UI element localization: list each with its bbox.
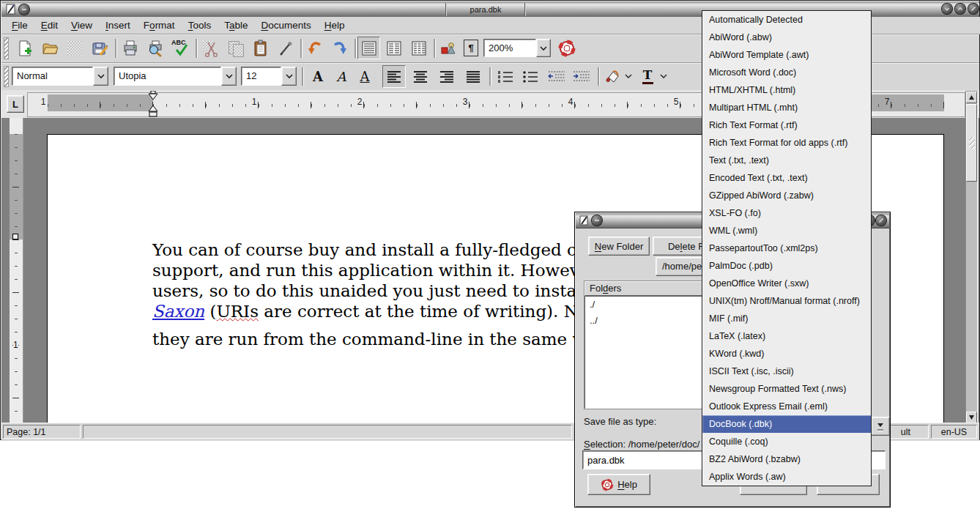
new-folder-button[interactable]: New Folder (588, 237, 650, 256)
filetype-option[interactable]: Encoded Text (.txt, .text) (702, 169, 871, 187)
style-dropdown-button[interactable] (93, 67, 108, 86)
filetype-option[interactable]: AbiWord (.abw) (702, 29, 871, 46)
menu-format[interactable]: Format (144, 20, 175, 31)
top-margin-marker[interactable] (12, 234, 18, 239)
dialog-help-button[interactable]: Help (587, 474, 650, 495)
stylus-button[interactable] (274, 37, 297, 59)
redo-button[interactable] (328, 37, 352, 59)
filetype-option[interactable]: WML (.wml) (702, 222, 871, 239)
filetype-option[interactable]: Text (.txt, .text) (702, 152, 871, 169)
font-dropdown-button[interactable] (221, 67, 237, 86)
filetype-option[interactable]: Rich Text Format for old apps (.rtf) (702, 134, 871, 152)
filetype-option[interactable]: KWord (.kwd) (702, 345, 871, 363)
underline-button[interactable]: A (354, 66, 375, 87)
scroll-down-button[interactable] (966, 412, 977, 423)
filetype-option[interactable]: XSL-FO (.fo) (702, 204, 871, 222)
close-button[interactable] (968, 4, 979, 14)
scroll-up-button[interactable] (966, 92, 977, 103)
help-button[interactable] (555, 37, 579, 59)
scrollbar-thumb[interactable] (966, 104, 977, 182)
filetype-option[interactable]: GZipped AbiWord (.zabw) (702, 187, 871, 204)
filetype-option[interactable]: Automatically Detected (702, 11, 871, 29)
filetype-option[interactable]: UNIX(tm) Nroff/Manual format (.nroff) (702, 292, 871, 310)
window-menu-button[interactable] (19, 4, 29, 15)
filetype-option[interactable]: PassepartoutToo (.xml2ps) (702, 239, 871, 257)
align-right-button[interactable] (435, 65, 459, 88)
saxon-hyperlink[interactable]: Saxon (152, 302, 204, 321)
left-indent-marker[interactable] (148, 105, 158, 118)
filetype-option[interactable]: AbiWord Template (.awt) (702, 46, 871, 64)
menu-insert[interactable]: Insert (105, 20, 130, 31)
show-paragraphs-toggle[interactable]: ¶ (463, 39, 479, 57)
filetype-option[interactable]: Applix Words (.aw) (702, 468, 871, 486)
spellcheck-button[interactable]: ABC (168, 37, 192, 59)
align-center-button[interactable] (409, 65, 432, 88)
filetype-option[interactable]: PalmDoc (.pdb) (702, 257, 871, 275)
print-button[interactable] (119, 37, 142, 59)
zoom-dropdown-button[interactable] (536, 39, 551, 57)
filetype-option[interactable]: LaTeX (.latex) (702, 327, 871, 345)
filetype-option[interactable]: Coquille (.coq) (702, 433, 871, 450)
view-three-column-button[interactable] (407, 37, 430, 59)
italic-button[interactable]: A (331, 66, 352, 87)
filetype-option[interactable]: MIF (.mif) (702, 310, 871, 327)
open-document-button[interactable] (38, 37, 62, 59)
filetype-option[interactable]: ISCII Text (.isc, .iscii) (702, 363, 871, 380)
highlight-color-button[interactable] (602, 66, 623, 87)
filetype-option[interactable]: Newsgroup Formatted Text (.nws) (702, 380, 871, 398)
filetype-option-selected[interactable]: DocBook (.dbk) (702, 415, 871, 433)
toolbar-drag-handle[interactable] (4, 37, 9, 59)
menu-view[interactable]: View (71, 20, 92, 31)
vertical-scrollbar[interactable] (965, 91, 978, 424)
dialog-close-button[interactable] (876, 215, 886, 226)
zoom-combobox[interactable]: 200% (483, 39, 536, 57)
minimize-button[interactable] (942, 4, 952, 14)
menu-tools[interactable]: Tools (188, 20, 212, 31)
view-two-column-button[interactable] (382, 37, 405, 59)
dialog-window-menu-button[interactable] (592, 215, 602, 226)
maximize-button[interactable] (955, 4, 965, 14)
filetype-option[interactable]: Microsoft Word (.doc) (702, 64, 871, 81)
numbered-list-button[interactable] (494, 66, 517, 87)
filetype-option[interactable]: BZ2 AbiWord (.bzabw) (702, 450, 871, 468)
highlight-color-dropdown[interactable] (623, 69, 634, 83)
filetype-option[interactable]: Multipart HTML (.mht) (702, 99, 871, 116)
first-line-indent-marker[interactable] (148, 91, 158, 101)
bulleted-list-button[interactable] (519, 66, 542, 87)
filetype-option[interactable]: Rich Text Format (.rtf) (702, 116, 871, 134)
undo-button[interactable] (303, 37, 327, 59)
menu-table[interactable]: Table (224, 20, 248, 31)
font-color-dropdown[interactable] (658, 69, 669, 83)
view-one-column-button[interactable] (357, 37, 380, 59)
filetype-option[interactable]: HTML/XHTML (.html) (702, 81, 871, 99)
menu-help[interactable]: Help (324, 20, 345, 31)
size-combobox[interactable]: 12 (241, 67, 281, 86)
language-indicator[interactable]: en-US (931, 425, 977, 439)
bold-button[interactable]: A (308, 66, 328, 87)
print-preview-button[interactable] (144, 37, 167, 59)
menu-edit[interactable]: Edit (41, 20, 58, 31)
font-color-button[interactable]: T (637, 66, 658, 87)
filetype-option[interactable]: OpenOffice Writer (.sxw) (702, 275, 871, 292)
align-left-button[interactable] (382, 65, 406, 88)
increase-indent-button[interactable] (570, 66, 593, 87)
font-combobox[interactable]: Utopia (114, 67, 221, 86)
paste-button[interactable] (249, 37, 272, 59)
style-combobox[interactable]: Normal (12, 67, 93, 86)
filetype-option[interactable]: Outlook Express Email (.eml) (702, 398, 871, 415)
save-type-label: Save file as type: (584, 416, 656, 427)
new-document-button[interactable] (13, 37, 37, 59)
menu-file[interactable]: File (12, 20, 28, 31)
insert-object-button[interactable] (437, 37, 460, 59)
toolbar-drag-handle[interactable] (4, 66, 9, 87)
menu-documents[interactable]: Documents (261, 20, 311, 31)
decrease-indent-button[interactable] (545, 66, 568, 87)
tab-stop-selector[interactable]: L (7, 95, 24, 113)
save-as-button[interactable] (88, 37, 111, 59)
size-dropdown-button[interactable] (281, 67, 297, 86)
vertical-ruler[interactable]: 1 (10, 118, 23, 423)
misspelled-word: URIs (216, 302, 259, 321)
align-justify-button[interactable] (461, 65, 485, 88)
italic-icon: A (337, 69, 346, 84)
filetype-combo-button[interactable] (871, 417, 890, 436)
